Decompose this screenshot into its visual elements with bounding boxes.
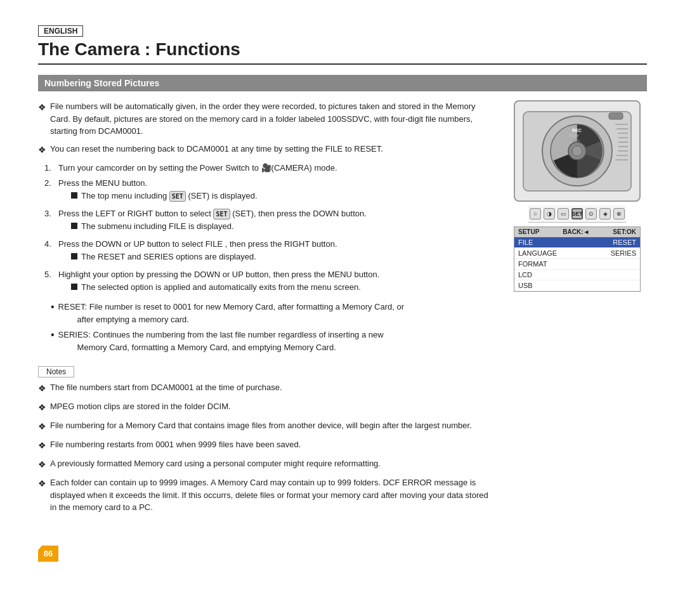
menu-back-label: BACK:◄ xyxy=(563,228,589,235)
menu-icon-film: ▭ xyxy=(558,208,569,220)
svg-text:REC: REC xyxy=(572,128,582,133)
menu-header-row: SETUP BACK:◄ SET:OK xyxy=(514,227,640,237)
menu-row-language: LANGUAGE SERIES xyxy=(514,248,640,259)
square-bullet xyxy=(71,284,77,290)
note-2: ❖ MPEG motion clips are stored in the fo… xyxy=(38,400,495,414)
square-bullet xyxy=(71,192,77,199)
step-5-sub: The selected option is applied and autom… xyxy=(71,281,379,294)
menu-icon-set: SET xyxy=(571,208,583,220)
english-badge: ENGLISH xyxy=(38,25,83,37)
menu-icon-power: ◑ xyxy=(544,208,555,220)
note-5: ❖ A previously formatted Memory card usi… xyxy=(38,457,495,471)
text-column: ❖ File numbers will be automatically giv… xyxy=(38,100,495,562)
menu-setok-label: SET:OK xyxy=(613,228,636,235)
intro-text-1: File numbers will be automatically given… xyxy=(50,100,495,138)
menu-row-format: FORMAT xyxy=(514,259,640,270)
square-bullet xyxy=(71,253,77,259)
bullet-sym-1: ❖ xyxy=(38,101,46,138)
intro-bullet-2: ❖ You can reset the numbering back to DC… xyxy=(38,143,495,157)
svg-text:PLAY: PLAY xyxy=(570,134,579,138)
step-2: 2. Press the MENU button. The top menu i… xyxy=(44,177,495,204)
image-column: REC PLAY OFF xyxy=(507,100,647,562)
bottom-bar: 86 xyxy=(38,527,495,562)
menu-icon-settings: ◈ xyxy=(599,208,611,220)
section-header: Numbering Stored Pictures xyxy=(38,75,647,91)
menu-icons-row: ○ ◑ ▭ SET ⊙ ◈ ⊕ xyxy=(528,206,626,223)
step-5: 5. Highlight your option by pressing the… xyxy=(44,268,495,296)
notes-label: Notes xyxy=(38,366,74,377)
round-bullet-2: • SERIES: Continues the numbering from t… xyxy=(51,329,495,353)
note-4: ❖ File numbering restarts from 0001 when… xyxy=(38,438,495,452)
menu-panel: SETUP BACK:◄ SET:OK FILE RESET LANGUAGE … xyxy=(514,226,641,292)
menu-icon-camera: ○ xyxy=(530,208,541,220)
menu-row-file: FILE RESET xyxy=(514,237,640,248)
notes-section: Notes ❖ The file numbers start from DCAM… xyxy=(38,360,495,514)
step-3-sub: The submenu including FILE is displayed. xyxy=(71,220,367,233)
menu-icon-extra: ⊕ xyxy=(613,208,625,220)
steps-list: 1. Turn your camcorder on by setting the… xyxy=(44,162,495,296)
step-3: 3. Press the LEFT or RIGHT button to sel… xyxy=(44,207,495,235)
page-number-badge: 86 xyxy=(38,546,58,562)
menu-row-lcd: LCD xyxy=(514,270,640,280)
round-bullet-1: • RESET: File number is reset to 0001 fo… xyxy=(51,301,495,325)
intro-bullet-1: ❖ File numbers will be automatically giv… xyxy=(38,100,495,138)
bullet-sym-2: ❖ xyxy=(38,143,46,157)
square-bullet xyxy=(71,223,77,229)
svg-point-7 xyxy=(572,146,582,156)
step-4: 4. Press the DOWN or UP button to select… xyxy=(44,238,495,265)
page-title: The Camera : Functions xyxy=(38,39,647,65)
camera-dial-svg: REC PLAY OFF xyxy=(520,105,634,197)
menu-setup-label: SETUP xyxy=(518,228,539,235)
step-1: 1. Turn your camcorder on by setting the… xyxy=(44,162,495,174)
menu-row-usb: USB xyxy=(514,280,640,291)
menu-rows-container: FILE RESET LANGUAGE SERIES FORMAT LCD xyxy=(514,237,640,291)
intro-text-2: You can reset the numbering back to DCAM… xyxy=(50,143,383,157)
note-6: ❖ Each folder can contain up to 9999 ima… xyxy=(38,476,495,514)
step-4-sub: The RESET and SERIES options are display… xyxy=(71,251,337,263)
note-3: ❖ File numbering for a Memory Card that … xyxy=(38,419,495,433)
svg-rect-17 xyxy=(609,113,623,119)
menu-icon-person: ⊙ xyxy=(585,208,597,220)
note-1: ❖ The file numbers start from DCAM0001 a… xyxy=(38,381,495,395)
camera-dial: REC PLAY OFF xyxy=(514,100,641,202)
step-2-sub: The top menu including SET (SET) is disp… xyxy=(71,190,258,202)
notes-list: ❖ The file numbers start from DCAM0001 a… xyxy=(38,381,495,514)
camera-image-container: REC PLAY OFF xyxy=(507,100,647,292)
